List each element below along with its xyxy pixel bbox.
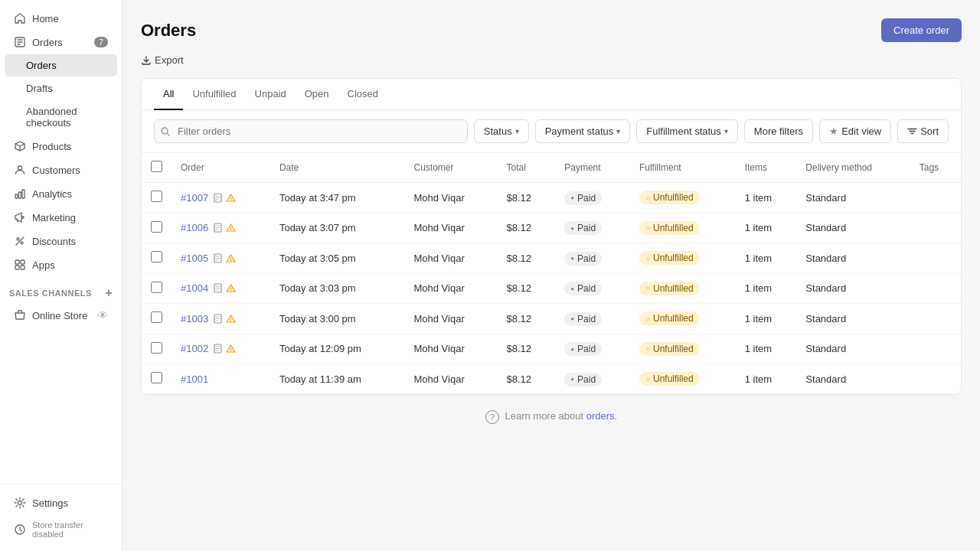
sidebar-item-products[interactable]: Products — [5, 135, 117, 158]
status-filter-button[interactable]: Status ▾ — [474, 119, 529, 143]
sort-button[interactable]: Sort — [897, 119, 949, 143]
col-date: Date — [270, 153, 405, 183]
row-date-4: Today at 3:00 pm — [270, 304, 405, 334]
create-order-button[interactable]: Create order — [881, 18, 962, 42]
row-tags-5 — [910, 334, 961, 364]
sidebar-item-online-store-label: Online Store — [32, 310, 87, 321]
fulfillment-status-label: Fulfillment status — [646, 126, 721, 137]
payment-chevron-icon: ▾ — [616, 127, 620, 135]
doc-icon-2 — [213, 253, 223, 263]
sidebar-item-customers[interactable]: Customers — [5, 158, 117, 181]
order-link-1[interactable]: #1006 — [181, 222, 208, 233]
tab-open[interactable]: Open — [296, 79, 338, 110]
row-date-3: Today at 3:03 pm — [270, 273, 405, 304]
row-payment-0: Paid — [555, 183, 630, 214]
row-date-5: Today at 12:09 pm — [270, 334, 405, 364]
table-row: #1004 Today at 3:03 pm Mohd Viqar $8.12 … — [142, 273, 961, 304]
sidebar-item-analytics-label: Analytics — [32, 188, 72, 200]
row-checkbox-0[interactable] — [151, 191, 162, 202]
marketing-icon — [14, 211, 26, 223]
sidebar-item-settings[interactable]: Settings — [5, 491, 117, 514]
tab-unpaid[interactable]: Unpaid — [246, 79, 296, 110]
row-checkbox-6[interactable] — [151, 372, 162, 383]
order-link-0[interactable]: #1007 — [181, 192, 208, 204]
tab-closed[interactable]: Closed — [338, 79, 387, 110]
fulfillment-chevron-icon: ▾ — [724, 127, 728, 135]
doc-icon-0 — [213, 193, 223, 203]
sidebar-item-drafts[interactable]: Drafts — [5, 77, 117, 99]
svg-point-6 — [21, 242, 23, 244]
sidebar-item-orders-sub[interactable]: Orders — [5, 54, 117, 77]
edit-view-button[interactable]: ★ Edit view — [819, 119, 891, 143]
sidebar-item-orders-sub-label: Orders — [26, 60, 57, 71]
sidebar-item-orders[interactable]: Orders 7 — [5, 31, 117, 54]
orders-link[interactable]: orders. — [586, 410, 617, 422]
row-delivery-1: Standard — [796, 213, 910, 243]
row-delivery-4: Standard — [796, 304, 910, 334]
row-tags-2 — [910, 243, 961, 274]
row-tags-1 — [910, 213, 961, 243]
row-checkbox-1[interactable] — [151, 221, 162, 233]
search-input[interactable] — [154, 119, 468, 143]
orders-badge: 7 — [94, 37, 108, 47]
info-icon: ? — [485, 410, 499, 424]
row-delivery-2: Standard — [796, 243, 910, 274]
row-tags-0 — [910, 183, 961, 214]
order-link-4[interactable]: #1003 — [181, 313, 208, 324]
info-text: Learn more about — [505, 410, 586, 422]
filters-bar: Status ▾ Payment status ▾ Fulfillment st… — [142, 110, 961, 153]
sidebar-item-apps[interactable]: Apps — [5, 253, 117, 276]
row-fulfillment-1: Unfulfilled — [630, 213, 736, 243]
sidebar-item-abandoned[interactable]: Abandoned checkouts — [5, 100, 117, 134]
row-customer-2: Mohd Viqar — [404, 243, 497, 274]
search-wrap — [154, 119, 468, 143]
row-delivery-3: Standard — [796, 273, 910, 304]
doc-icon-5 — [213, 344, 223, 354]
row-checkbox-4[interactable] — [151, 311, 162, 323]
row-customer-3: Mohd Viqar — [404, 273, 497, 304]
edit-view-label: Edit view — [841, 126, 881, 137]
order-link-3[interactable]: #1004 — [181, 282, 208, 294]
row-customer-0: Mohd Viqar — [404, 183, 497, 214]
table-row: #1007 Today at 3:47 pm Mohd Viqar $8.12 … — [142, 183, 961, 214]
fulfillment-status-filter-button[interactable]: Fulfillment status ▾ — [636, 119, 738, 143]
col-customer: Customer — [404, 153, 497, 183]
svg-point-21 — [230, 290, 231, 291]
sidebar-item-online-store[interactable]: Online Store 👁 — [5, 304, 117, 327]
svg-rect-7 — [15, 260, 19, 264]
row-fulfillment-4: Unfulfilled — [630, 304, 736, 334]
warn-icon-1 — [226, 223, 236, 233]
sidebar-item-marketing[interactable]: Marketing — [5, 206, 117, 229]
order-link-5[interactable]: #1002 — [181, 343, 208, 354]
sidebar-item-analytics[interactable]: Analytics — [5, 182, 117, 205]
order-link-2[interactable]: #1005 — [181, 253, 208, 264]
row-checkbox-5[interactable] — [151, 342, 162, 354]
tab-all[interactable]: All — [154, 79, 183, 110]
store-transfer-label: Store transfer disabled — [32, 520, 108, 539]
row-payment-6: Paid — [555, 364, 630, 394]
more-filters-label: More filters — [754, 126, 803, 137]
orders-icon — [14, 36, 26, 48]
row-fulfillment-5: Unfulfilled — [630, 334, 736, 364]
warn-icon-5 — [226, 344, 236, 354]
row-fulfillment-2: Unfulfilled — [630, 243, 736, 274]
select-all-checkbox[interactable] — [151, 161, 162, 172]
add-sales-channel-icon[interactable]: + — [105, 286, 113, 300]
store-transfer-icon — [14, 523, 26, 536]
row-checkbox-2[interactable] — [151, 251, 162, 262]
discounts-icon — [14, 235, 26, 247]
sidebar-item-home[interactable]: Home — [5, 7, 117, 30]
more-filters-button[interactable]: More filters — [744, 119, 813, 143]
sidebar-item-discounts-label: Discounts — [32, 236, 76, 247]
export-button[interactable]: Export — [141, 54, 184, 66]
orders-card: All Unfulfilled Unpaid Open Closed Statu… — [141, 78, 962, 395]
sidebar-item-discounts[interactable]: Discounts — [5, 230, 117, 253]
order-link-6[interactable]: #1001 — [181, 373, 208, 385]
svg-rect-10 — [21, 266, 24, 269]
payment-status-filter-button[interactable]: Payment status ▾ — [535, 119, 631, 143]
tab-unfulfilled[interactable]: Unfulfilled — [183, 79, 245, 110]
row-icons-5 — [213, 344, 236, 354]
row-checkbox-3[interactable] — [151, 282, 162, 293]
row-total-0: $8.12 — [497, 183, 555, 214]
sidebar-item-store-transfer[interactable]: Store transfer disabled — [5, 515, 117, 544]
